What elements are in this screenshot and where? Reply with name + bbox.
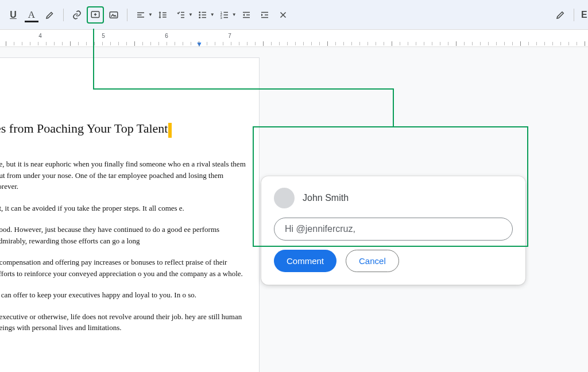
paragraph[interactable]: , executive or otherwise, life does not …: [0, 311, 247, 334]
highlight-color-button[interactable]: [41, 6, 59, 24]
checklist-button[interactable]: [172, 6, 189, 24]
add-comment-icon: [90, 10, 100, 20]
document-heading[interactable]: es from Poaching Your Top Talent: [0, 121, 168, 135]
paragraph[interactable]: good. However, just because they have co…: [0, 224, 247, 246]
link-icon: [72, 10, 82, 20]
text-color-button[interactable]: A: [23, 6, 40, 24]
ruler-label: 5: [102, 33, 105, 39]
ruler[interactable]: 4 5 6 7 ▼: [0, 30, 588, 47]
line-spacing-button[interactable]: [154, 6, 171, 24]
align-icon: [136, 10, 146, 20]
chevron-down-icon: ▼: [232, 12, 237, 17]
annotation-line: [393, 88, 394, 126]
increase-indent-button[interactable]: [256, 6, 273, 24]
underline-button[interactable]: U: [5, 6, 22, 24]
align-button[interactable]: [132, 6, 149, 24]
numbered-list-icon: 123: [219, 10, 230, 20]
toolbar: U A ▼ ▼ ▼ 123 ▼ E: [0, 0, 588, 30]
decrease-indent-button[interactable]: [238, 6, 255, 24]
numbered-list-button[interactable]: 123: [216, 6, 233, 24]
chevron-down-icon: ▼: [148, 12, 153, 17]
line-spacing-icon: [157, 10, 168, 20]
add-comment-button[interactable]: [87, 6, 104, 24]
highlighter-icon: [45, 10, 55, 20]
comment-author: John Smith: [303, 193, 349, 203]
insert-link-button[interactable]: [68, 6, 86, 24]
paragraph[interactable]: ot, it can be avoided if you take the pr…: [0, 203, 247, 214]
insert-image-button[interactable]: [105, 6, 122, 24]
bulleted-list-button[interactable]: [194, 6, 211, 24]
svg-point-14: [199, 14, 200, 16]
text-cursor: [168, 123, 172, 138]
toolbar-overflow[interactable]: E: [579, 10, 583, 20]
increase-indent-icon: [260, 10, 270, 20]
avatar: [274, 188, 295, 208]
svg-point-13: [199, 11, 200, 13]
ruler-label: 7: [228, 33, 231, 39]
document-page[interactable]: es from Poaching Your Top Talent ge, but…: [0, 57, 260, 372]
decrease-indent-icon: [241, 10, 252, 20]
editing-mode-button[interactable]: [552, 6, 569, 24]
bulleted-list-icon: [198, 10, 208, 20]
clear-formatting-button[interactable]: [274, 6, 292, 24]
checklist-icon: [176, 10, 186, 20]
new-comment-card: John Smith Comment Cancel: [261, 176, 525, 285]
chevron-down-icon: ▼: [210, 12, 215, 17]
ruler-label: 6: [165, 33, 168, 39]
image-icon: [109, 10, 119, 20]
paragraph[interactable]: l compensation and offering pay increase…: [0, 257, 247, 279]
clear-formatting-icon: [278, 10, 288, 20]
comment-cancel-button[interactable]: Cancel: [346, 250, 399, 272]
comment-input[interactable]: [274, 218, 513, 241]
chevron-down-icon: ▼: [188, 12, 193, 17]
svg-text:3: 3: [220, 16, 222, 19]
toolbar-separator: [127, 9, 127, 21]
document-body[interactable]: ge, but it is near euphoric when you fin…: [0, 158, 247, 334]
document-canvas: es from Poaching Your Top Talent ge, but…: [0, 47, 588, 372]
svg-point-15: [199, 17, 200, 18]
ruler-label: 4: [38, 33, 42, 39]
paragraph[interactable]: u can offer to keep your executives happ…: [0, 289, 247, 301]
paragraph[interactable]: ge, but it is near euphoric when you fin…: [0, 158, 247, 192]
comment-submit-button[interactable]: Comment: [274, 250, 336, 272]
toolbar-separator: [574, 9, 574, 21]
pencil-icon: [555, 10, 566, 20]
toolbar-separator: [63, 9, 64, 21]
